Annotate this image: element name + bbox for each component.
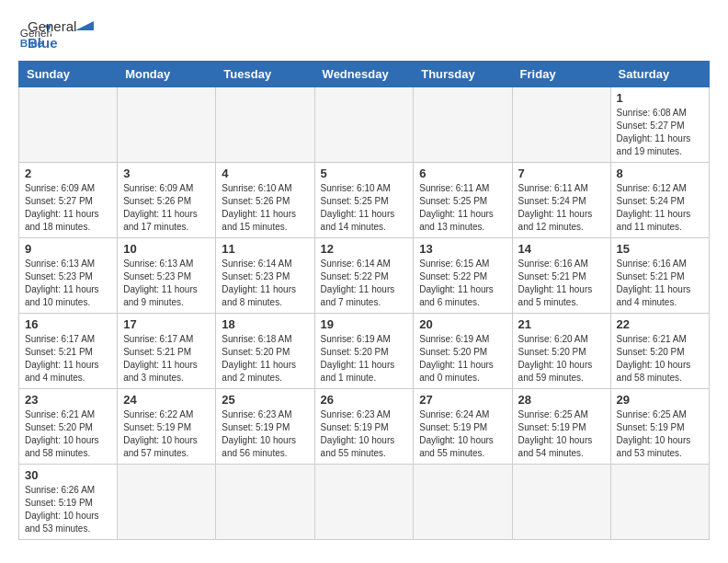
day-number: 18 (222, 317, 308, 331)
calendar-header: SundayMondayTuesdayWednesdayThursdayFrid… (19, 62, 710, 87)
day-number: 13 (419, 242, 506, 256)
calendar-cell (610, 465, 709, 540)
calendar-week-2: 9Sunrise: 6:13 AM Sunset: 5:23 PM Daylig… (19, 238, 710, 314)
day-number: 22 (617, 317, 703, 331)
calendar-cell: 15Sunrise: 6:16 AM Sunset: 5:21 PM Dayli… (610, 238, 709, 314)
calendar-cell: 14Sunrise: 6:16 AM Sunset: 5:21 PM Dayli… (512, 238, 610, 314)
day-number: 19 (321, 317, 408, 331)
day-info: Sunrise: 6:20 AM Sunset: 5:20 PM Dayligh… (518, 333, 605, 385)
calendar-cell: 25Sunrise: 6:23 AM Sunset: 5:19 PM Dayli… (216, 389, 314, 465)
calendar-week-1: 2Sunrise: 6:09 AM Sunset: 5:27 PM Daylig… (19, 163, 710, 238)
day-number: 30 (25, 468, 111, 482)
calendar-cell (216, 465, 314, 540)
day-header-wednesday: Wednesday (314, 62, 414, 87)
day-info: Sunrise: 6:21 AM Sunset: 5:20 PM Dayligh… (25, 408, 111, 460)
day-number: 3 (123, 167, 210, 180)
calendar-cell: 3Sunrise: 6:09 AM Sunset: 5:26 PM Daylig… (118, 163, 216, 238)
day-info: Sunrise: 6:21 AM Sunset: 5:20 PM Dayligh… (617, 333, 703, 385)
day-info: Sunrise: 6:11 AM Sunset: 5:25 PM Dayligh… (419, 182, 506, 234)
day-info: Sunrise: 6:08 AM Sunset: 5:27 PM Dayligh… (617, 107, 703, 158)
day-number: 21 (518, 317, 605, 331)
day-number: 23 (25, 393, 111, 407)
day-number: 15 (617, 242, 703, 256)
day-info: Sunrise: 6:23 AM Sunset: 5:19 PM Dayligh… (321, 408, 408, 460)
calendar-week-0: 1Sunrise: 6:08 AM Sunset: 5:27 PM Daylig… (19, 87, 710, 163)
day-header-tuesday: Tuesday (216, 62, 314, 87)
calendar-week-5: 30Sunrise: 6:26 AM Sunset: 5:19 PM Dayli… (19, 465, 710, 540)
calendar-cell (512, 465, 610, 540)
calendar-cell: 27Sunrise: 6:24 AM Sunset: 5:19 PM Dayli… (414, 389, 512, 465)
day-info: Sunrise: 6:16 AM Sunset: 5:21 PM Dayligh… (518, 258, 605, 309)
day-number: 6 (419, 167, 506, 180)
day-header-monday: Monday (118, 62, 216, 87)
calendar-cell: 26Sunrise: 6:23 AM Sunset: 5:19 PM Dayli… (314, 389, 414, 465)
calendar-cell: 13Sunrise: 6:15 AM Sunset: 5:22 PM Dayli… (414, 238, 512, 314)
calendar-header-row: SundayMondayTuesdayWednesdayThursdayFrid… (19, 62, 710, 87)
calendar-cell: 21Sunrise: 6:20 AM Sunset: 5:20 PM Dayli… (512, 314, 610, 389)
day-number: 28 (518, 393, 605, 407)
calendar-cell (118, 465, 216, 540)
day-info: Sunrise: 6:16 AM Sunset: 5:21 PM Dayligh… (617, 258, 703, 309)
day-number: 25 (222, 393, 308, 407)
calendar-cell: 20Sunrise: 6:19 AM Sunset: 5:20 PM Dayli… (414, 314, 512, 389)
day-number: 12 (321, 242, 408, 256)
calendar-week-3: 16Sunrise: 6:17 AM Sunset: 5:21 PM Dayli… (19, 314, 710, 389)
calendar-cell (314, 87, 414, 163)
day-number: 20 (419, 317, 506, 331)
day-number: 14 (518, 242, 605, 256)
day-number: 8 (617, 167, 703, 180)
calendar-cell: 7Sunrise: 6:11 AM Sunset: 5:24 PM Daylig… (512, 163, 610, 238)
logo: General Blue General Blue (18, 18, 94, 52)
calendar-cell: 24Sunrise: 6:22 AM Sunset: 5:19 PM Dayli… (118, 389, 216, 465)
calendar-cell: 28Sunrise: 6:25 AM Sunset: 5:19 PM Dayli… (512, 389, 610, 465)
calendar-cell: 9Sunrise: 6:13 AM Sunset: 5:23 PM Daylig… (19, 238, 118, 314)
day-number: 1 (617, 91, 703, 105)
day-info: Sunrise: 6:19 AM Sunset: 5:20 PM Dayligh… (321, 333, 408, 385)
day-info: Sunrise: 6:24 AM Sunset: 5:19 PM Dayligh… (419, 408, 506, 460)
calendar-cell (19, 87, 118, 163)
calendar-cell: 11Sunrise: 6:14 AM Sunset: 5:23 PM Dayli… (216, 238, 314, 314)
calendar-cell: 23Sunrise: 6:21 AM Sunset: 5:20 PM Dayli… (19, 389, 118, 465)
day-info: Sunrise: 6:17 AM Sunset: 5:21 PM Dayligh… (123, 333, 210, 385)
logo-blue: Blue (28, 35, 76, 52)
calendar-cell: 4Sunrise: 6:10 AM Sunset: 5:26 PM Daylig… (216, 163, 314, 238)
calendar-cell: 22Sunrise: 6:21 AM Sunset: 5:20 PM Dayli… (610, 314, 709, 389)
day-number: 2 (25, 167, 111, 180)
day-info: Sunrise: 6:09 AM Sunset: 5:27 PM Dayligh… (25, 182, 111, 234)
day-info: Sunrise: 6:12 AM Sunset: 5:24 PM Dayligh… (617, 182, 703, 234)
calendar-cell: 30Sunrise: 6:26 AM Sunset: 5:19 PM Dayli… (19, 465, 118, 540)
logo-triangle-icon (75, 21, 94, 40)
day-number: 10 (123, 242, 210, 256)
day-number: 7 (518, 167, 605, 180)
day-info: Sunrise: 6:11 AM Sunset: 5:24 PM Dayligh… (518, 182, 605, 234)
calendar-cell (414, 465, 512, 540)
day-header-friday: Friday (512, 62, 610, 87)
calendar-cell (216, 87, 314, 163)
day-number: 27 (419, 393, 506, 407)
day-info: Sunrise: 6:13 AM Sunset: 5:23 PM Dayligh… (123, 258, 210, 309)
calendar-cell: 18Sunrise: 6:18 AM Sunset: 5:20 PM Dayli… (216, 314, 314, 389)
calendar-cell: 29Sunrise: 6:25 AM Sunset: 5:19 PM Dayli… (610, 389, 709, 465)
calendar-week-4: 23Sunrise: 6:21 AM Sunset: 5:20 PM Dayli… (19, 389, 710, 465)
calendar-cell (512, 87, 610, 163)
calendar-cell: 19Sunrise: 6:19 AM Sunset: 5:20 PM Dayli… (314, 314, 414, 389)
calendar-cell: 17Sunrise: 6:17 AM Sunset: 5:21 PM Dayli… (118, 314, 216, 389)
calendar-cell: 2Sunrise: 6:09 AM Sunset: 5:27 PM Daylig… (19, 163, 118, 238)
calendar-cell (118, 87, 216, 163)
day-number: 9 (25, 242, 111, 256)
calendar-cell: 5Sunrise: 6:10 AM Sunset: 5:25 PM Daylig… (314, 163, 414, 238)
calendar-cell: 1Sunrise: 6:08 AM Sunset: 5:27 PM Daylig… (610, 87, 709, 163)
calendar-cell: 10Sunrise: 6:13 AM Sunset: 5:23 PM Dayli… (118, 238, 216, 314)
calendar-cell (414, 87, 512, 163)
day-number: 16 (25, 317, 111, 331)
day-info: Sunrise: 6:14 AM Sunset: 5:22 PM Dayligh… (321, 258, 408, 309)
day-info: Sunrise: 6:10 AM Sunset: 5:25 PM Dayligh… (321, 182, 408, 234)
calendar-cell (314, 465, 414, 540)
day-info: Sunrise: 6:15 AM Sunset: 5:22 PM Dayligh… (419, 258, 506, 309)
header: General Blue General Blue (18, 18, 710, 52)
day-info: Sunrise: 6:13 AM Sunset: 5:23 PM Dayligh… (25, 258, 111, 309)
calendar-cell: 8Sunrise: 6:12 AM Sunset: 5:24 PM Daylig… (610, 163, 709, 238)
day-info: Sunrise: 6:10 AM Sunset: 5:26 PM Dayligh… (222, 182, 308, 234)
calendar-table: SundayMondayTuesdayWednesdayThursdayFrid… (18, 61, 710, 540)
day-header-sunday: Sunday (19, 62, 118, 87)
